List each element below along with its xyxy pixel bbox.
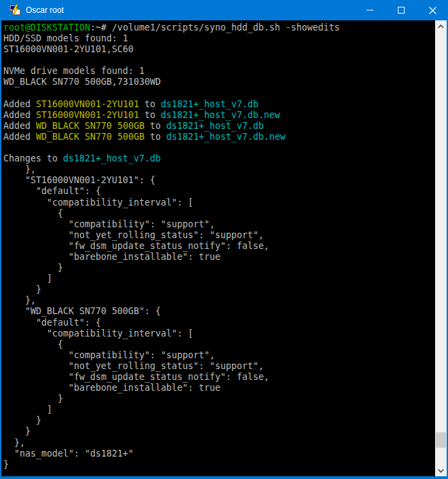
terminal-text-segment: "WD_BLACK SN770 500GB": { [3, 306, 161, 316]
terminal-line: } [3, 459, 435, 470]
minimize-button[interactable] [354, 0, 386, 20]
titlebar[interactable]: Oscar root [0, 0, 448, 20]
maximize-icon [398, 7, 405, 14]
terminal-text-segment: to [144, 121, 166, 131]
terminal-text-segment: NVMe drive models found: 1 [3, 66, 144, 76]
terminal-text-segment: to [139, 110, 161, 120]
terminal-text-segment: "compatibility": "support", [3, 219, 215, 229]
terminal-text-segment: "barebone_installable": true [3, 383, 220, 393]
minimize-icon [367, 7, 373, 14]
terminal-output: root@DISKSTATION:~# /volume1/scripts/syn… [3, 22, 435, 470]
terminal-line: "not_yet_rolling_status": "support", [3, 230, 435, 241]
terminal-line: } [3, 284, 435, 295]
window-content: root@DISKSTATION:~# /volume1/scripts/syn… [0, 20, 448, 478]
window-title: Oscar root [26, 0, 354, 20]
terminal-text-segment: HDD/SSD models found: 1 [3, 33, 128, 43]
caption-buttons [354, 0, 448, 20]
terminal-text-segment: Changes to [3, 153, 63, 164]
terminal-text-segment: ds1821+_host_v7.db.new [161, 110, 280, 120]
terminal-text-segment: root@DISKSTATION [3, 22, 90, 33]
terminal-text-segment: } [3, 394, 63, 404]
terminal-line: "compatibility": "support", [3, 350, 435, 361]
terminal-line: Added WD_BLACK SN770 500GB to ds1821+_ho… [3, 132, 435, 142]
terminal-line: Added ST16000VN001-2YU101 to ds1821+_hos… [3, 99, 435, 110]
chevron-down-icon [438, 469, 444, 473]
close-button[interactable] [417, 0, 448, 20]
terminal-line: } [3, 263, 435, 273]
terminal-line: }, [3, 295, 435, 306]
terminal-line: Changes to ds1821+_host_v7.db [3, 153, 435, 164]
terminal-text-segment: "nas_model": "ds1821+" [3, 448, 134, 459]
terminal-text-segment: "ST16000VN001-2YU101": { [3, 175, 155, 185]
chevron-up-icon [438, 24, 444, 28]
terminal-text-segment: WD_BLACK SN770 500GB [36, 121, 144, 131]
terminal-line: "nas_model": "ds1821+" [3, 448, 435, 459]
terminal-screen[interactable]: root@DISKSTATION:~# /volume1/scripts/syn… [1, 20, 435, 476]
terminal-line: ST16000VN001-2YU101,SC60 [3, 44, 435, 55]
terminal-text-segment: Added [3, 110, 36, 120]
terminal-line: HDD/SSD models found: 1 [3, 33, 435, 44]
terminal-text-segment: to [139, 99, 161, 109]
terminal-text-segment: WD_BLACK SN770 500GB,731030WD [3, 77, 161, 87]
terminal-text-segment: "fw_dsm_update_status_notify": false, [3, 372, 269, 382]
terminal-text-segment: } [3, 426, 30, 436]
terminal-line: "barebone_installable": true [3, 383, 435, 394]
maximize-button[interactable] [386, 0, 417, 20]
terminal-text-segment: ST16000VN001-2YU101,SC60 [3, 44, 134, 54]
terminal-text-segment: } [3, 459, 9, 470]
terminal-line: Added WD_BLACK SN770 500GB to ds1821+_ho… [3, 121, 435, 132]
terminal-text-segment: to [144, 132, 166, 142]
terminal-line: "compatibility_interval": [ [3, 328, 435, 339]
terminal-text-segment: ds1821+_host_v7.db [161, 99, 258, 109]
scrollbar-thumb[interactable] [436, 432, 446, 448]
terminal-line: "default": { [3, 186, 435, 197]
terminal-text-segment: ds1821+_host_v7.db [63, 153, 161, 164]
terminal-text-segment: "default": { [3, 318, 101, 328]
terminal-line: ] [3, 273, 435, 284]
terminal-line: "default": { [3, 318, 435, 328]
terminal-line: root@DISKSTATION:~# /volume1/scripts/syn… [3, 22, 435, 33]
terminal-text-segment: "not_yet_rolling_status": "support", [3, 230, 264, 240]
terminal-line [3, 88, 435, 99]
terminal-text-segment: { [3, 339, 63, 349]
scroll-up-button[interactable] [435, 20, 447, 32]
terminal-line: } [3, 415, 435, 426]
terminal-line: "WD_BLACK SN770 500GB": { [3, 306, 435, 317]
terminal-text-segment: "compatibility_interval": [ [3, 197, 193, 208]
scroll-down-button[interactable] [435, 465, 447, 476]
terminal-text-segment: ST16000VN001-2YU101 [36, 110, 139, 120]
terminal-text-segment: "compatibility_interval": [ [3, 328, 193, 339]
terminal-text-segment: } [3, 284, 41, 294]
terminal-text-segment: }, [3, 438, 25, 448]
terminal-text-segment: }, [3, 295, 36, 305]
terminal-line: { [3, 339, 435, 350]
terminal-line: ] [3, 404, 435, 415]
terminal-line: }, [3, 438, 435, 448]
terminal-text-segment: "fw_dsm_update_status_notify": false, [3, 241, 269, 251]
terminal-line [3, 142, 435, 153]
terminal-text-segment: Added [3, 121, 36, 131]
terminal-text-segment: ST16000VN001-2YU101 [36, 99, 139, 109]
terminal-text-segment: } [3, 263, 63, 273]
terminal-line: } [3, 394, 435, 404]
terminal-line: "not_yet_rolling_status": "support", [3, 361, 435, 372]
terminal-text-segment: WD_BLACK SN770 500GB [36, 132, 144, 142]
terminal-text-segment: "compatibility": "support", [3, 350, 215, 360]
terminal-line [3, 55, 435, 66]
terminal-text-segment: ds1821+_host_v7.db [166, 121, 264, 131]
terminal-text-segment: Added [3, 132, 36, 142]
terminal-text-segment: ] [3, 404, 52, 415]
terminal-text-segment: ds1821+_host_v7.db.new [166, 132, 285, 142]
terminal-line: } [3, 426, 435, 437]
scrollbar[interactable] [435, 20, 447, 476]
terminal-line: "compatibility_interval": [ [3, 197, 435, 208]
terminal-text-segment: Added [3, 99, 36, 109]
putty-window: Oscar root root@DISKSTATION:~# /volume1/… [0, 0, 448, 479]
terminal-text-segment: "not_yet_rolling_status": "support", [3, 361, 264, 371]
terminal-line: }, [3, 164, 435, 175]
terminal-text-segment: "default": { [3, 186, 101, 196]
terminal-line: WD_BLACK SN770 500GB,731030WD [3, 77, 435, 88]
putty-terminal-icon[interactable] [9, 4, 21, 16]
terminal-line: { [3, 208, 435, 219]
terminal-text-segment: } [3, 415, 41, 425]
